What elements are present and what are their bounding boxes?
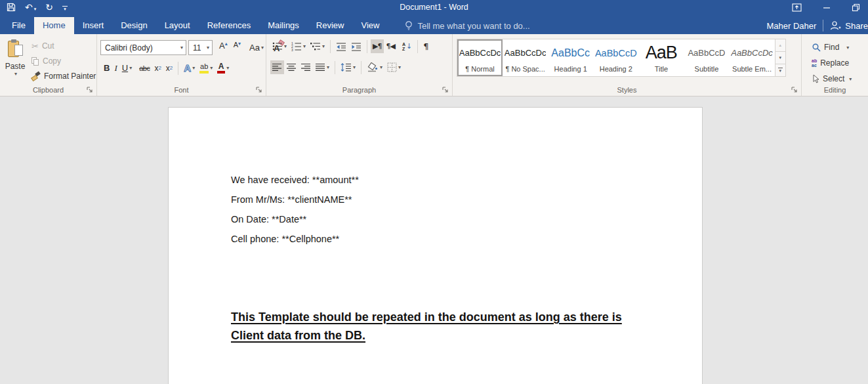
document-body-text: We have received: **amount** From Mr/Ms:… [231, 170, 359, 249]
font-name-combobox[interactable]: Calibri (Body) ▾ [100, 40, 186, 55]
redo-icon[interactable]: ↻ [45, 3, 53, 12]
line-spacing-icon [341, 62, 352, 72]
find-button[interactable]: Find ▾ [810, 40, 853, 54]
style-no-spacing[interactable]: AaBbCcDc ¶ No Spac... [503, 39, 548, 76]
quick-access-toolbar: ↶ ▾ ↻ ▾ [0, 3, 68, 12]
align-right-button[interactable] [299, 60, 313, 74]
tab-insert[interactable]: Insert [74, 17, 113, 34]
superscript-button[interactable]: x2 [164, 61, 175, 75]
style-title[interactable]: AaB Title [638, 39, 684, 76]
format-painter-button[interactable]: Format Painter [30, 69, 97, 83]
style-heading-1[interactable]: AaBbCc Heading 1 [548, 39, 593, 76]
group-font: Calibri (Body) ▾ 11 ▾ A▴ A▾ Aa ▾ [97, 34, 266, 96]
bold-button[interactable]: B [102, 61, 112, 75]
undo-dropdown-icon[interactable]: ▾ [34, 7, 37, 12]
chevron-down-icon: ▾ [846, 45, 849, 51]
tab-view[interactable]: View [352, 17, 388, 34]
doc-line-date[interactable]: On Date: **Date** [231, 209, 359, 229]
paragraph-group-label: Paragraph [266, 86, 452, 94]
cursor-arrow-icon [812, 74, 819, 83]
tab-home[interactable]: Home [34, 17, 74, 34]
font-color-button[interactable]: A ▾ [215, 61, 231, 75]
decrease-indent-button[interactable] [334, 39, 348, 53]
replace-button[interactable]: ab ac Replace [810, 56, 853, 70]
undo-button[interactable]: ↶ ▾ [25, 3, 36, 12]
increase-indent-button[interactable] [349, 39, 363, 53]
chevron-down-icon: ▾ [849, 76, 852, 82]
show-hide-marks-button[interactable]: ¶ [421, 39, 430, 53]
text-effects-button[interactable]: A ▾ [182, 61, 197, 75]
minimize-icon[interactable] [823, 3, 831, 11]
share-button[interactable]: Share [830, 20, 868, 31]
tab-review[interactable]: Review [308, 17, 353, 34]
save-icon[interactable] [7, 3, 16, 12]
style-normal[interactable]: AaBbCcDc ¶ Normal [457, 39, 503, 76]
paste-button[interactable]: Paste ▾ [2, 37, 28, 92]
word-window: ↶ ▾ ↻ ▾ Document1 - Word File Home Ins [0, 0, 868, 384]
doc-line-amount[interactable]: We have received: **amount** [231, 170, 359, 190]
styles-dialog-launcher-icon[interactable] [791, 86, 798, 93]
change-case-button[interactable]: Aa ▾ [247, 41, 266, 54]
ribbon-display-options-icon[interactable] [792, 3, 802, 12]
tab-file[interactable]: File [3, 17, 34, 34]
borders-button[interactable]: ▾ [385, 60, 403, 74]
ribbon-tabs: File Home Insert Design Layout Reference… [0, 14, 868, 34]
editing-group-label: Editing [802, 86, 868, 94]
doc-line-cellphone[interactable]: Cell phone: **Cellphone** [231, 229, 359, 249]
tab-references[interactable]: References [199, 17, 259, 34]
document-heading-text[interactable]: This Template should be repeated in the … [231, 308, 656, 345]
multilevel-list-button[interactable]: ▾ [308, 39, 327, 53]
customize-qat-icon[interactable]: ▾ [62, 4, 68, 11]
paste-clipboard-icon [7, 39, 23, 59]
tell-me-label: Tell me what you want to do... [417, 21, 529, 31]
style-heading-2[interactable]: AaBbCcD Heading 2 [593, 39, 638, 76]
italic-button[interactable]: I [112, 61, 119, 75]
user-name[interactable]: Maher Daher [766, 21, 816, 31]
paste-dropdown-icon[interactable]: ▾ [3, 71, 28, 77]
numbering-button[interactable]: 123 ▾ [289, 39, 308, 53]
ltr-text-direction-button[interactable]: ▶¶ [371, 39, 383, 53]
tab-mailings[interactable]: Mailings [259, 17, 308, 34]
text-highlight-button[interactable]: ab ▾ [197, 61, 215, 75]
align-left-button[interactable] [270, 60, 284, 74]
clipboard-dialog-launcher-icon[interactable] [86, 86, 93, 93]
document-page[interactable]: We have received: **amount** From Mr/Ms:… [168, 107, 703, 384]
align-center-button[interactable] [285, 60, 299, 74]
rtl-text-direction-button[interactable]: ¶◀ [384, 39, 397, 53]
font-dialog-launcher-icon[interactable] [255, 86, 262, 93]
subscript-button[interactable]: x2 [152, 61, 163, 75]
up-arrow-icon: ▴ [225, 41, 228, 47]
font-size-combobox[interactable]: 11 ▾ [188, 40, 213, 55]
select-button[interactable]: Select ▾ [810, 72, 853, 86]
gallery-scroll-up-icon[interactable]: ▴ [775, 39, 785, 52]
clipboard-group-label: Clipboard [0, 86, 96, 94]
doc-line-client-name[interactable]: From Mr/Ms: **clientNAME** [231, 190, 359, 209]
style-subtitle[interactable]: AaBbCcD Subtitle [684, 39, 729, 76]
align-right-icon [301, 63, 311, 72]
divider [335, 61, 335, 74]
line-spacing-button[interactable]: ▾ [339, 60, 358, 74]
justify-button[interactable]: ▾ [314, 60, 331, 74]
gallery-scroll-down-icon[interactable]: ▾ [775, 52, 785, 64]
tab-design[interactable]: Design [112, 17, 155, 34]
underline-button[interactable]: U ▾ [120, 61, 134, 75]
sort-button[interactable]: A Z ↓ [400, 39, 414, 53]
shrink-font-button[interactable]: A▾ [232, 41, 243, 54]
grow-font-button[interactable]: A▴ [217, 41, 230, 54]
strikethrough-button[interactable]: abc [137, 61, 152, 75]
restore-icon[interactable] [852, 3, 860, 12]
style-subtle-emphasis[interactable]: AaBbCcDc Subtle Em... [729, 39, 774, 76]
paragraph-dialog-launcher-icon[interactable] [442, 86, 449, 93]
copy-button[interactable]: Copy [30, 54, 97, 68]
borders-icon [387, 62, 397, 72]
font-color-icon: A [217, 62, 225, 74]
gallery-more-icon[interactable]: ▾ [775, 64, 785, 76]
bullets-button[interactable]: ▾ [270, 39, 289, 53]
tab-layout[interactable]: Layout [156, 17, 199, 34]
title-bar: ↶ ▾ ↻ ▾ Document1 - Word [0, 0, 868, 14]
shading-button[interactable]: ▾ [365, 60, 384, 74]
cut-button[interactable]: ✂ Cut [30, 39, 97, 53]
tell-me-box[interactable]: Tell me what you want to do... [405, 17, 529, 34]
divider [330, 40, 331, 53]
group-paragraph: ▾ 123 ▾ ▾ ▶¶ ¶◀ [266, 34, 453, 96]
